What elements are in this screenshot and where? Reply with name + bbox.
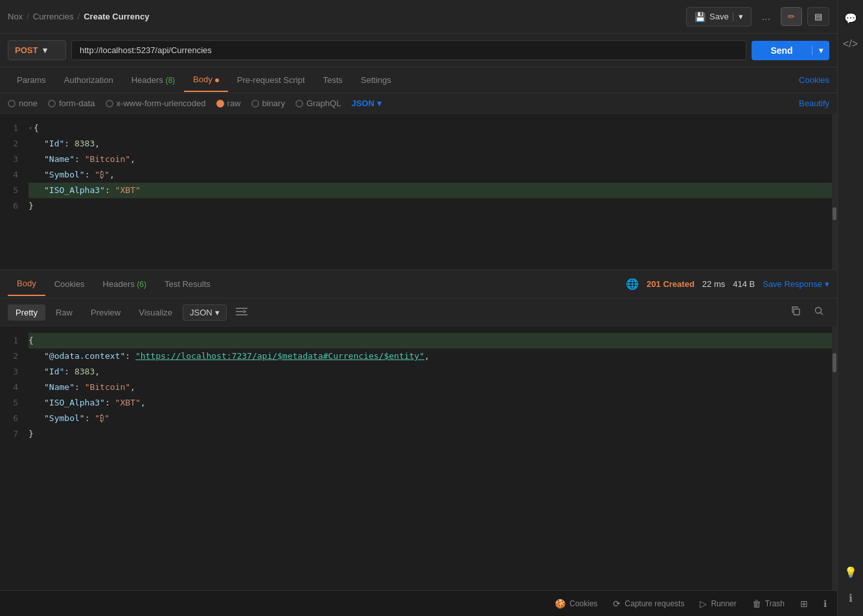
send-label: Send [752,45,812,56]
radio-form-data[interactable]: form-data [48,98,95,108]
tab-params[interactable]: Params [8,69,55,91]
resp-tab-test-results[interactable]: Test Results [155,273,220,295]
breadcrumb-sep2: / [78,12,80,21]
response-json-selector[interactable]: JSON ▾ [183,304,227,321]
radio-raw[interactable]: raw [216,98,241,108]
body-dot [215,78,219,82]
format-actions [785,302,829,322]
tab-settings[interactable]: Settings [352,69,400,91]
save-dropdown-arrow[interactable]: ▾ [733,12,743,21]
trash-label: Trash [765,599,785,608]
add-workspace-button[interactable]: ⊞ [800,599,808,609]
wrap-button[interactable] [229,304,254,321]
resp-code-content[interactable]: { "@odata.context" : "https://localhost:… [23,326,837,590]
json-format-label: JSON [351,98,374,108]
editor-scrollbar-thumb[interactable] [833,207,836,220]
code-lines: 1 2 3 4 5 6 ▾ { "Id" : 8383 , [0,114,837,269]
save-response-button[interactable]: Save Response ▾ [763,279,829,289]
radio-graphql[interactable]: GraphQL [295,98,341,108]
key-symbol: "Symbol" [44,167,85,183]
fmt-tab-raw[interactable]: Raw [48,304,80,321]
send-button[interactable]: Send ▾ [752,41,829,60]
beautify-button[interactable]: Beautify [799,98,829,108]
save-label: Save [709,12,729,21]
search-button[interactable] [809,302,829,322]
info-button[interactable]: ℹ [823,599,827,609]
rln-7: 7 [5,426,18,442]
sidebar-chat-icon[interactable]: 💬 [840,8,861,29]
radio-raw-circle [216,100,224,108]
tab-pre-request[interactable]: Pre-request Script [228,69,314,91]
status-globe-icon: 🌐 [626,278,639,290]
resp-line-3: "Id" : 8383 , [29,364,832,380]
more-options-button[interactable]: ... [757,8,776,25]
request-tabs-bar: Params Authorization Headers (8) Body Pr… [0,67,837,93]
resp-odata-link[interactable]: "https://localhost:7237/api/$metadata#Cu… [135,348,424,364]
radio-urlencoded[interactable]: x-www-form-urlencoded [106,98,206,108]
runner-button[interactable]: ▷ Runner [700,599,736,609]
save-button[interactable]: 💾 Save ▾ [686,7,752,27]
status-badge: 201 Created [647,279,695,289]
resp-scrollbar-thumb[interactable] [833,353,836,372]
method-selector[interactable]: POST ▾ [8,40,66,60]
fmt-tab-preview[interactable]: Preview [83,304,128,321]
open-brace: { [34,120,39,136]
resp-tab-cookies[interactable]: Cookies [45,273,94,295]
edit-button[interactable]: ✏ [781,7,802,26]
copy-button[interactable] [785,302,806,322]
request-code-editor[interactable]: 1 2 3 4 5 6 ▾ { "Id" : 8383 , [0,114,837,269]
code-content[interactable]: ▾ { "Id" : 8383 , "Name" : "Bitcoin" , [23,114,837,269]
radio-graphql-label: GraphQL [306,98,341,108]
json-format-selector[interactable]: JSON ▾ [351,98,381,108]
sidebar-bulb-icon[interactable]: 💡 [840,562,861,582]
val-iso: "XBT" [115,183,141,198]
bottom-bar: 🍪 Cookies ⟳ Capture requests ▷ Runner 🗑 … [0,590,837,616]
rln-5: 5 [5,395,18,411]
response-code[interactable]: 1 2 3 4 5 6 7 { "@odata.context" : [0,326,837,590]
cookies-bottom[interactable]: 🍪 Cookies [555,599,597,609]
trash-icon: 🗑 [752,599,761,609]
breadcrumb-part2: Currencies [33,12,74,21]
cookies-link[interactable]: Cookies [799,75,829,85]
doc-button[interactable]: ▤ [807,7,829,26]
url-input[interactable] [71,40,746,60]
key-iso: "ISO_Alpha3" [44,183,105,198]
format-bar: Pretty Raw Preview Visualize JSON ▾ [0,299,837,326]
capture-requests[interactable]: ⟳ Capture requests [613,599,684,609]
tab-authorization[interactable]: Authorization [55,69,122,91]
rln-2: 2 [5,348,18,364]
main-content: Nox / Currencies / Create Currency 💾 Sav… [0,0,837,616]
body-label: Body [193,74,213,84]
radio-none[interactable]: none [8,98,38,108]
editor-scrollbar[interactable] [832,114,837,269]
save-response-label: Save Response [763,279,822,289]
code-line-1: ▾ { [29,120,832,136]
json-format-arrow: ▾ [377,98,382,108]
fmt-tab-visualize[interactable]: Visualize [131,304,180,321]
resp-line-6: "Symbol" : "₿" [29,411,832,426]
info-icon: ℹ [823,599,827,609]
tab-tests[interactable]: Tests [314,69,352,91]
resp-tab-body[interactable]: Body [8,272,45,296]
tab-body[interactable]: Body [184,68,228,92]
radio-form-label: form-data [59,98,95,108]
radio-url-circle [106,100,113,108]
fmt-tab-pretty[interactable]: Pretty [8,304,45,321]
resp-scrollbar[interactable] [832,326,837,590]
resp-json-label: JSON [190,308,213,317]
resp-line-4: "Name" : "Bitcoin" , [29,380,832,395]
radio-binary[interactable]: binary [251,98,285,108]
send-arrow[interactable]: ▾ [812,46,829,55]
sidebar-code-icon[interactable]: </> [840,34,861,54]
tab-headers[interactable]: Headers (8) [122,69,184,91]
top-bar: Nox / Currencies / Create Currency 💾 Sav… [0,0,837,34]
code-line-5: "ISO_Alpha3" : "XBT" [29,183,832,198]
trash-button[interactable]: 🗑 Trash [752,599,785,609]
save-response-arrow: ▾ [825,279,829,289]
response-size: 414 B [733,279,755,289]
collapse-icon[interactable]: ▾ [29,120,32,136]
sidebar-info-icon[interactable]: ℹ [840,587,861,608]
cookies-bottom-label: Cookies [570,599,597,608]
ln-3: 3 [5,152,18,167]
resp-tab-headers[interactable]: Headers (6) [94,273,155,295]
